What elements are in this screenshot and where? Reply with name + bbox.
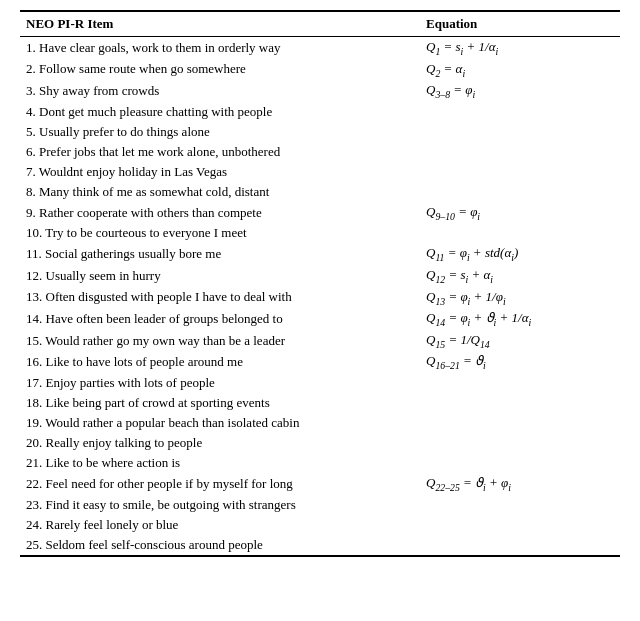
equation-cell [420, 223, 620, 243]
table-row: 1. Have clear goals, work to them in ord… [20, 37, 620, 59]
table-row: 6. Prefer jobs that let me work alone, u… [20, 142, 620, 162]
item-cell: 17. Enjoy parties with lots of people [20, 373, 420, 393]
equation-cell [420, 373, 620, 393]
equation-cell [420, 515, 620, 535]
item-cell: 16. Like to have lots of people around m… [20, 351, 420, 373]
equation-cell: Q12 = si + αi [420, 265, 620, 287]
equation-cell [420, 102, 620, 122]
equation-cell: Q3–8 = φi [420, 80, 620, 102]
table-row: 14. Have often been leader of groups bel… [20, 308, 620, 330]
item-cell: 10. Try to be courteous to everyone I me… [20, 223, 420, 243]
table-row: 3. Shy away from crowdsQ3–8 = φi [20, 80, 620, 102]
item-cell: 5. Usually prefer to do things alone [20, 122, 420, 142]
table-row: 17. Enjoy parties with lots of people [20, 373, 620, 393]
table-row: 22. Feel need for other people if by mys… [20, 473, 620, 495]
item-cell: 6. Prefer jobs that let me work alone, u… [20, 142, 420, 162]
item-cell: 19. Would rather a popular beach than is… [20, 413, 420, 433]
table-row: 8. Many think of me as somewhat cold, di… [20, 182, 620, 202]
item-cell: 2. Follow same route when go somewhere [20, 59, 420, 81]
equation-cell: Q22–25 = ϑi + φi [420, 473, 620, 495]
equation-cell: Q15 = 1/Q14 [420, 330, 620, 352]
equation-cell [420, 122, 620, 142]
table-row: 21. Like to be where action is [20, 453, 620, 473]
item-cell: 21. Like to be where action is [20, 453, 420, 473]
item-cell: 13. Often disgusted with people I have t… [20, 287, 420, 309]
item-column-header: NEO PI-R Item [20, 11, 420, 37]
equation-cell: Q16–21 = ϑi [420, 351, 620, 373]
item-cell: 18. Like being part of crowd at sporting… [20, 393, 420, 413]
table-row: 24. Rarely feel lonely or blue [20, 515, 620, 535]
table-row: 12. Usually seem in hurryQ12 = si + αi [20, 265, 620, 287]
table-row: 23. Find it easy to smile, be outgoing w… [20, 495, 620, 515]
table-row: 5. Usually prefer to do things alone [20, 122, 620, 142]
equation-cell: Q13 = φi + 1/φi [420, 287, 620, 309]
table-row: 19. Would rather a popular beach than is… [20, 413, 620, 433]
table-row: 9. Rather cooperate with others than com… [20, 202, 620, 224]
table-row: 7. Wouldnt enjoy holiday in Las Vegas [20, 162, 620, 182]
item-cell: 22. Feel need for other people if by mys… [20, 473, 420, 495]
item-cell: 25. Seldom feel self-conscious around pe… [20, 535, 420, 556]
table-row: 4. Dont get much pleasure chatting with … [20, 102, 620, 122]
equation-cell: Q11 = φi + std(αi) [420, 243, 620, 265]
item-cell: 14. Have often been leader of groups bel… [20, 308, 420, 330]
item-cell: 7. Wouldnt enjoy holiday in Las Vegas [20, 162, 420, 182]
item-cell: 15. Would rather go my own way than be a… [20, 330, 420, 352]
equation-cell [420, 162, 620, 182]
item-cell: 4. Dont get much pleasure chatting with … [20, 102, 420, 122]
item-cell: 11. Social gatherings usually bore me [20, 243, 420, 265]
item-cell: 1. Have clear goals, work to them in ord… [20, 37, 420, 59]
item-cell: 8. Many think of me as somewhat cold, di… [20, 182, 420, 202]
equation-cell [420, 433, 620, 453]
table-row: 11. Social gatherings usually bore meQ11… [20, 243, 620, 265]
table-row: 13. Often disgusted with people I have t… [20, 287, 620, 309]
table-row: 10. Try to be courteous to everyone I me… [20, 223, 620, 243]
table-row: 16. Like to have lots of people around m… [20, 351, 620, 373]
table-row: 2. Follow same route when go somewhereQ2… [20, 59, 620, 81]
equation-cell [420, 495, 620, 515]
table-row: 18. Like being part of crowd at sporting… [20, 393, 620, 413]
equation-cell: Q14 = φi + ϑi + 1/αi [420, 308, 620, 330]
equation-cell [420, 393, 620, 413]
equation-cell [420, 182, 620, 202]
item-cell: 23. Find it easy to smile, be outgoing w… [20, 495, 420, 515]
item-cell: 3. Shy away from crowds [20, 80, 420, 102]
item-cell: 20. Really enjoy talking to people [20, 433, 420, 453]
equation-cell [420, 535, 620, 556]
equation-cell: Q2 = αi [420, 59, 620, 81]
item-cell: 9. Rather cooperate with others than com… [20, 202, 420, 224]
equation-column-header: Equation [420, 11, 620, 37]
equation-cell: Q1 = si + 1/αi [420, 37, 620, 59]
equation-cell [420, 453, 620, 473]
equation-cell [420, 413, 620, 433]
equation-cell: Q9–10 = φi [420, 202, 620, 224]
table-row: 25. Seldom feel self-conscious around pe… [20, 535, 620, 556]
item-cell: 12. Usually seem in hurry [20, 265, 420, 287]
item-cell: 24. Rarely feel lonely or blue [20, 515, 420, 535]
equation-cell [420, 142, 620, 162]
table-row: 15. Would rather go my own way than be a… [20, 330, 620, 352]
table-row: 20. Really enjoy talking to people [20, 433, 620, 453]
